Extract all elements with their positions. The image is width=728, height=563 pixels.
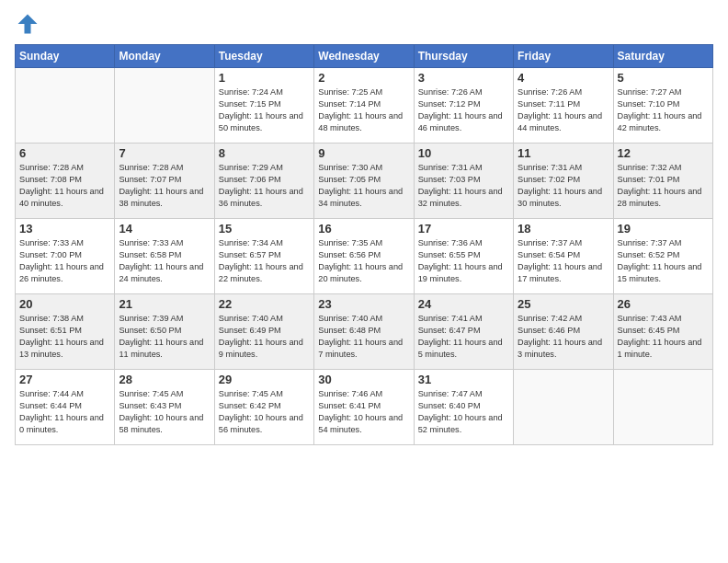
calendar-cell: 26Sunrise: 7:43 AM Sunset: 6:45 PM Dayli… <box>613 294 712 370</box>
day-info: Sunrise: 7:40 AM Sunset: 6:48 PM Dayligh… <box>318 313 409 361</box>
calendar-cell: 25Sunrise: 7:42 AM Sunset: 6:46 PM Dayli… <box>514 294 613 370</box>
calendar-cell: 15Sunrise: 7:34 AM Sunset: 6:57 PM Dayli… <box>214 219 313 294</box>
day-info: Sunrise: 7:26 AM Sunset: 7:11 PM Dayligh… <box>518 86 609 134</box>
header <box>15 11 713 37</box>
day-info: Sunrise: 7:32 AM Sunset: 7:01 PM Dayligh… <box>618 162 709 210</box>
calendar-cell: 1Sunrise: 7:24 AM Sunset: 7:15 PM Daylig… <box>214 68 313 144</box>
day-info: Sunrise: 7:24 AM Sunset: 7:15 PM Dayligh… <box>219 86 310 134</box>
day-info: Sunrise: 7:31 AM Sunset: 7:02 PM Dayligh… <box>518 162 609 210</box>
calendar-cell: 10Sunrise: 7:31 AM Sunset: 7:03 PM Dayli… <box>414 144 513 219</box>
day-number: 21 <box>119 297 210 311</box>
day-number: 19 <box>618 222 709 236</box>
calendar-header-row: SundayMondayTuesdayWednesdayThursdayFrid… <box>16 45 713 68</box>
day-number: 3 <box>418 71 509 85</box>
calendar-cell: 24Sunrise: 7:41 AM Sunset: 6:47 PM Dayli… <box>414 294 513 370</box>
calendar-cell: 18Sunrise: 7:37 AM Sunset: 6:54 PM Dayli… <box>514 219 613 294</box>
calendar-cell: 31Sunrise: 7:47 AM Sunset: 6:40 PM Dayli… <box>414 370 513 445</box>
day-number: 18 <box>518 222 609 236</box>
calendar-cell: 14Sunrise: 7:33 AM Sunset: 6:58 PM Dayli… <box>115 219 214 294</box>
calendar-cell: 6Sunrise: 7:28 AM Sunset: 7:08 PM Daylig… <box>16 144 115 219</box>
day-number: 23 <box>318 297 409 311</box>
day-number: 4 <box>518 71 609 85</box>
col-header-wednesday: Wednesday <box>314 45 414 68</box>
calendar-cell <box>514 370 613 445</box>
day-number: 9 <box>318 146 409 160</box>
day-number: 6 <box>19 146 110 160</box>
day-info: Sunrise: 7:38 AM Sunset: 6:51 PM Dayligh… <box>19 313 110 361</box>
day-info: Sunrise: 7:41 AM Sunset: 6:47 PM Dayligh… <box>418 313 509 361</box>
calendar-cell: 23Sunrise: 7:40 AM Sunset: 6:48 PM Dayli… <box>314 294 414 370</box>
day-number: 8 <box>219 146 310 160</box>
day-info: Sunrise: 7:37 AM Sunset: 6:54 PM Dayligh… <box>518 237 609 285</box>
day-info: Sunrise: 7:33 AM Sunset: 7:00 PM Dayligh… <box>19 237 110 285</box>
calendar-cell: 2Sunrise: 7:25 AM Sunset: 7:14 PM Daylig… <box>314 68 414 144</box>
calendar-cell <box>613 370 712 445</box>
calendar-cell: 22Sunrise: 7:40 AM Sunset: 6:49 PM Dayli… <box>214 294 313 370</box>
calendar-cell: 13Sunrise: 7:33 AM Sunset: 7:00 PM Dayli… <box>16 219 115 294</box>
day-number: 1 <box>219 71 310 85</box>
calendar-cell: 30Sunrise: 7:46 AM Sunset: 6:41 PM Dayli… <box>314 370 414 445</box>
calendar-week-2: 6Sunrise: 7:28 AM Sunset: 7:08 PM Daylig… <box>16 144 713 219</box>
calendar-cell: 16Sunrise: 7:35 AM Sunset: 6:56 PM Dayli… <box>314 219 414 294</box>
day-info: Sunrise: 7:34 AM Sunset: 6:57 PM Dayligh… <box>219 237 310 285</box>
calendar-cell: 8Sunrise: 7:29 AM Sunset: 7:06 PM Daylig… <box>214 144 313 219</box>
day-number: 30 <box>318 373 409 386</box>
logo-icon <box>15 11 40 37</box>
day-number: 17 <box>418 222 509 236</box>
day-number: 14 <box>119 222 210 236</box>
col-header-friday: Friday <box>514 45 613 68</box>
day-info: Sunrise: 7:30 AM Sunset: 7:05 PM Dayligh… <box>318 162 409 210</box>
calendar-cell <box>16 68 115 144</box>
calendar-cell: 20Sunrise: 7:38 AM Sunset: 6:51 PM Dayli… <box>16 294 115 370</box>
day-info: Sunrise: 7:44 AM Sunset: 6:44 PM Dayligh… <box>19 388 110 436</box>
calendar-cell <box>115 68 214 144</box>
day-number: 27 <box>19 373 110 386</box>
calendar-cell: 9Sunrise: 7:30 AM Sunset: 7:05 PM Daylig… <box>314 144 414 219</box>
day-number: 15 <box>219 222 310 236</box>
calendar-table: SundayMondayTuesdayWednesdayThursdayFrid… <box>15 44 713 445</box>
day-number: 28 <box>119 373 210 386</box>
calendar-cell: 27Sunrise: 7:44 AM Sunset: 6:44 PM Dayli… <box>16 370 115 445</box>
day-info: Sunrise: 7:29 AM Sunset: 7:06 PM Dayligh… <box>219 162 310 210</box>
page: SundayMondayTuesdayWednesdayThursdayFrid… <box>0 0 728 454</box>
logo <box>15 11 44 37</box>
day-number: 7 <box>119 146 210 160</box>
day-number: 12 <box>618 146 709 160</box>
day-number: 26 <box>618 297 709 311</box>
day-info: Sunrise: 7:35 AM Sunset: 6:56 PM Dayligh… <box>318 237 409 285</box>
day-number: 2 <box>318 71 409 85</box>
day-info: Sunrise: 7:28 AM Sunset: 7:08 PM Dayligh… <box>19 162 110 210</box>
day-info: Sunrise: 7:28 AM Sunset: 7:07 PM Dayligh… <box>119 162 210 210</box>
day-info: Sunrise: 7:45 AM Sunset: 6:43 PM Dayligh… <box>119 388 210 436</box>
day-number: 10 <box>418 146 509 160</box>
calendar-week-1: 1Sunrise: 7:24 AM Sunset: 7:15 PM Daylig… <box>16 68 713 144</box>
day-number: 20 <box>19 297 110 311</box>
day-number: 22 <box>219 297 310 311</box>
calendar-cell: 17Sunrise: 7:36 AM Sunset: 6:55 PM Dayli… <box>414 219 513 294</box>
calendar-week-3: 13Sunrise: 7:33 AM Sunset: 7:00 PM Dayli… <box>16 219 713 294</box>
calendar-cell: 28Sunrise: 7:45 AM Sunset: 6:43 PM Dayli… <box>115 370 214 445</box>
day-info: Sunrise: 7:26 AM Sunset: 7:12 PM Dayligh… <box>418 86 509 134</box>
day-info: Sunrise: 7:33 AM Sunset: 6:58 PM Dayligh… <box>119 237 210 285</box>
day-info: Sunrise: 7:40 AM Sunset: 6:49 PM Dayligh… <box>219 313 310 361</box>
day-number: 24 <box>418 297 509 311</box>
calendar-cell: 12Sunrise: 7:32 AM Sunset: 7:01 PM Dayli… <box>613 144 712 219</box>
day-number: 13 <box>19 222 110 236</box>
calendar-cell: 11Sunrise: 7:31 AM Sunset: 7:02 PM Dayli… <box>514 144 613 219</box>
col-header-sunday: Sunday <box>16 45 115 68</box>
calendar-week-5: 27Sunrise: 7:44 AM Sunset: 6:44 PM Dayli… <box>16 370 713 445</box>
day-info: Sunrise: 7:43 AM Sunset: 6:45 PM Dayligh… <box>618 313 709 361</box>
day-number: 11 <box>518 146 609 160</box>
calendar-cell: 4Sunrise: 7:26 AM Sunset: 7:11 PM Daylig… <box>514 68 613 144</box>
day-info: Sunrise: 7:47 AM Sunset: 6:40 PM Dayligh… <box>418 388 509 436</box>
calendar-cell: 19Sunrise: 7:37 AM Sunset: 6:52 PM Dayli… <box>613 219 712 294</box>
day-number: 25 <box>518 297 609 311</box>
day-number: 29 <box>219 373 310 386</box>
day-info: Sunrise: 7:31 AM Sunset: 7:03 PM Dayligh… <box>418 162 509 210</box>
day-number: 31 <box>418 373 509 386</box>
calendar-cell: 21Sunrise: 7:39 AM Sunset: 6:50 PM Dayli… <box>115 294 214 370</box>
calendar-cell: 7Sunrise: 7:28 AM Sunset: 7:07 PM Daylig… <box>115 144 214 219</box>
day-info: Sunrise: 7:46 AM Sunset: 6:41 PM Dayligh… <box>318 388 409 436</box>
col-header-tuesday: Tuesday <box>214 45 313 68</box>
day-info: Sunrise: 7:37 AM Sunset: 6:52 PM Dayligh… <box>618 237 709 285</box>
